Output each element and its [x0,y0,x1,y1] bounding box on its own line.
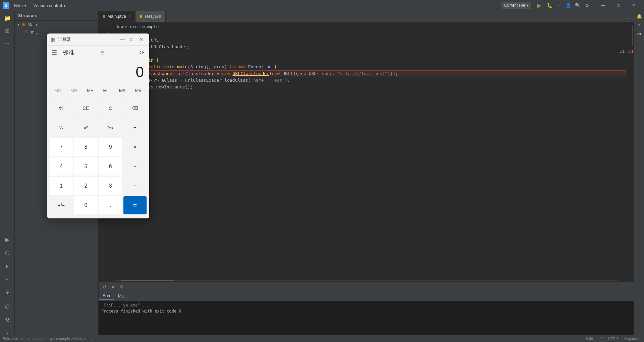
gutter: ⚠1 ⚠1 [629,22,634,279]
close-button[interactable]: ✕ [626,0,641,11]
calc-menu-icon[interactable]: ☰ [52,49,57,56]
calc-mv-btn[interactable]: M∨ [130,85,147,96]
maximize-button[interactable]: □ [610,0,626,11]
calc-subtract-btn[interactable]: − [123,157,147,176]
profile-button[interactable]: 👤 [564,1,572,9]
run-button[interactable]: ▶ [535,1,544,10]
sidebar-icon-structure[interactable]: ⊞ [1,25,13,37]
h-scroll-thumb[interactable] [121,280,174,281]
right-m-icon[interactable]: m [635,29,643,38]
calc-4-btn[interactable]: 4 [50,157,73,176]
status-indent[interactable]: 4 spaces [621,337,634,341]
app-name-menu[interactable]: Byte ▾ [12,2,29,9]
tab-bar: Main.java ✕ Test.java ⋯ [99,11,634,22]
bottom-tab-main[interactable]: Ma... [114,292,131,300]
calc-add-btn[interactable]: + [123,177,147,195]
tab-close-main[interactable]: ✕ [128,14,131,18]
right-ai-icon[interactable]: ✦ [635,21,643,29]
calc-9-btn[interactable]: 9 [99,138,122,156]
calc-maximize-btn[interactable]: □ [127,35,137,44]
calc-minimize-btn[interactable]: — [118,35,127,44]
bottom-filter-btn[interactable]: ⚙ [118,283,125,290]
calc-negate-btn[interactable]: +/− [50,196,73,214]
calc-display: 0 [47,60,149,83]
sidebar-icon-db[interactable]: 🗄 [1,287,13,299]
sidebar-icon-more[interactable]: ··· [1,38,13,50]
bottom-tab-run[interactable]: Run [99,292,114,300]
calc-backspace-btn[interactable]: ⌫ [123,99,147,117]
search-button[interactable]: 🔍 [574,1,582,9]
calc-5-btn[interactable]: 5 [74,157,97,176]
calc-0-btn[interactable]: 0 [74,196,97,214]
calc-c-btn[interactable]: C [99,99,122,117]
calc-notebook-icon[interactable]: ⊟ [100,50,105,56]
calculator-window: ▦ 计算器 — □ ✕ ☰ 标准 ⊟ ⟳ 0 MC MR M+ M– MS M∨… [47,33,149,218]
scrollbar-track[interactable] [629,22,634,279]
calc-divide-btn[interactable]: ÷ [123,119,147,137]
code-line-5 [117,50,626,57]
debug-button[interactable]: 🐛 [545,1,553,9]
tab-main-java[interactable]: Main.java ✕ [99,11,136,22]
code-line-7: public static void main(String[] args) t… [117,64,626,70]
tree-item-main[interactable]: ▾ ⊙ Main [15,21,98,28]
calc-ce-btn[interactable]: CE [74,99,97,117]
calc-percent-btn[interactable]: % [50,99,73,117]
calc-titlebar: ▦ 计算器 — □ ✕ [47,33,149,46]
sidebar-icon-terminal[interactable]: ⬡ [1,300,13,313]
calc-sqrt-btn[interactable]: ²√x [99,119,122,137]
code-content[interactable]: kage org.example; ort java.net.URL; ort … [114,22,629,279]
sidebar-icon-run[interactable]: ▶ [1,233,13,246]
sidebar-icon-tools[interactable]: ⚒ [1,314,13,326]
code-editor[interactable]: ▶ ▶ 12345 67 8910 111213141516 kage org.… [99,22,634,279]
code-line-8: URLClassLoader urlClassLoader = new URLC… [117,70,626,77]
settings-button[interactable]: ⚙ [583,1,591,9]
calc-mplus-btn[interactable]: M+ [82,85,98,96]
scrollbar-thumb[interactable] [632,25,633,46]
status-encoding[interactable]: UTF-8 [605,337,621,341]
sidebar-icon-play2[interactable]: ⏵ [1,260,13,272]
calc-mminus-btn[interactable]: M– [98,85,114,96]
calc-7-btn[interactable]: 7 [50,138,73,156]
current-file-button[interactable]: Current File ▾ [501,2,531,9]
calc-1-btn[interactable]: 1 [50,177,73,195]
calc-multiply-btn[interactable]: × [123,138,147,156]
calc-reciprocal-btn[interactable]: ¹∕ₓ [50,119,73,137]
status-right: 8:96 LF UTF-8 4 spaces [583,337,634,341]
calc-mc-btn[interactable]: MC [50,85,66,96]
calc-history-icon[interactable]: ⟳ [140,49,145,56]
calc-decimal-btn[interactable]: . [99,196,122,214]
calc-8-btn[interactable]: 8 [74,138,97,156]
bottom-reload-btn[interactable]: ↺ [101,283,108,290]
calc-3-btn[interactable]: 3 [99,177,122,195]
sidebar-icon-git[interactable]: ⑂ [1,274,13,286]
code-line-15 [117,117,626,124]
bottom-toolbar: ↺ ■ ⚙ [99,282,634,291]
calc-ms-btn[interactable]: MS [114,85,130,96]
calc-equals-btn[interactable]: = [123,196,147,214]
status-position[interactable]: 8:96 [583,337,596,341]
code-line-1: kage org.example; [117,23,626,30]
calc-2-btn[interactable]: 2 [74,177,97,195]
code-line-2 [117,30,626,37]
horizontal-scrollbar[interactable] [99,279,634,282]
calc-mr-btn[interactable]: MR [66,85,82,96]
tab-more-button[interactable]: ⋯ [622,15,634,22]
sidebar-icon-project[interactable]: 📁 [1,12,13,24]
calc-row-1: % CE C ⌫ [50,99,147,117]
status-linesep[interactable]: LF [596,337,605,341]
calc-6-btn[interactable]: 6 [99,157,122,176]
code-line-14 [117,111,626,117]
version-control-menu[interactable]: Version control ▾ [31,2,68,9]
more-button[interactable]: ⋮ [555,1,563,9]
tab-test-java[interactable]: Test.java [136,11,166,22]
right-notifications-icon[interactable]: 🔔 [635,12,643,20]
bottom-stop-btn[interactable]: ■ [109,283,117,290]
code-line-13 [117,104,626,111]
calc-square-btn[interactable]: x² [74,119,97,137]
calc-header: ☰ 标准 ⊟ ⟳ [47,46,149,60]
sidebar-icon-debug[interactable]: ⬡ [1,247,13,259]
minimize-button[interactable]: — [595,0,610,11]
calc-close-btn[interactable]: ✕ [137,35,146,44]
breadcrumb-path: Byte > src > main > java > org > example… [99,337,583,341]
output-line: Process finished with exit code 0 [101,309,631,314]
